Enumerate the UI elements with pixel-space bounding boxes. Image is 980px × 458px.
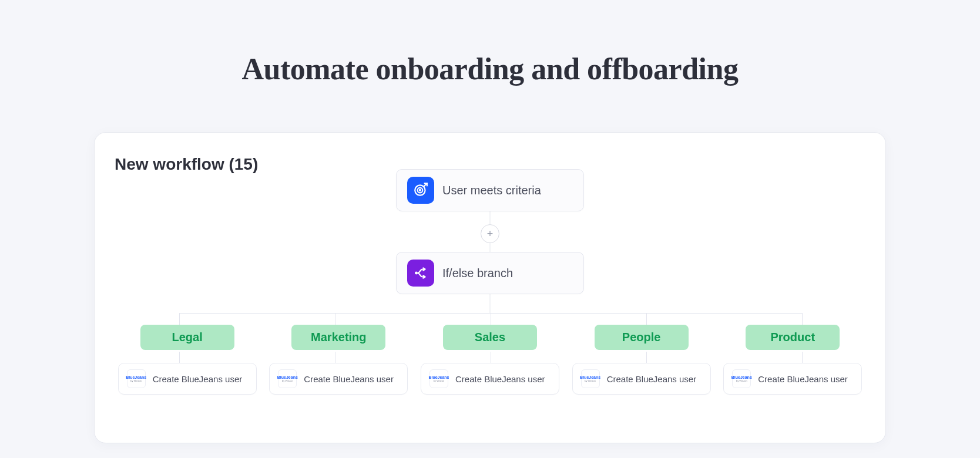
branch-row: Legal BlueJeans by Verizon Create BlueJe… [95,312,885,395]
branch-tag-legal[interactable]: Legal [140,325,234,350]
connector-line [490,294,491,313]
bluejeans-icon: BlueJeans by Verizon [732,369,751,388]
action-node[interactable]: BlueJeans by Verizon Create BlueJeans us… [723,363,862,395]
action-label: Create BlueJeans user [153,374,243,384]
action-node[interactable]: BlueJeans by Verizon Create BlueJeans us… [421,363,559,395]
action-label: Create BlueJeans user [607,374,697,384]
branch-column: Product BlueJeans by Verizon Create Blue… [722,312,863,395]
add-step-button[interactable]: + [481,224,499,243]
target-icon [407,177,434,204]
condition-node[interactable]: If/else branch [396,252,584,294]
action-node[interactable]: BlueJeans by Verizon Create BlueJeans us… [118,363,257,395]
trigger-node[interactable]: User meets criteria [396,169,584,211]
branch-icon [407,260,434,287]
connector-line [490,243,491,252]
branch-column: Marketing BlueJeans by Verizon Create Bl… [268,312,409,395]
branch-column: Sales BlueJeans by Verizon Create BlueJe… [419,312,561,395]
action-node[interactable]: BlueJeans by Verizon Create BlueJeans us… [269,363,408,395]
branch-tag-people[interactable]: People [595,325,689,350]
action-label: Create BlueJeans user [455,374,545,384]
branch-tag-product[interactable]: Product [746,325,840,350]
branch-column: People BlueJeans by Verizon Create BlueJ… [571,312,712,395]
action-label: Create BlueJeans user [304,374,394,384]
svg-point-2 [419,190,421,191]
bluejeans-icon: BlueJeans by Verizon [429,369,448,388]
plus-icon: + [487,228,494,239]
branch-tag-sales[interactable]: Sales [443,325,537,350]
page-container: Automate onboarding and offboarding New … [0,0,980,458]
page-title: Automate onboarding and offboarding [0,0,980,86]
trigger-label: User meets criteria [442,184,541,197]
connector-line [490,211,491,224]
action-node[interactable]: BlueJeans by Verizon Create BlueJeans us… [572,363,711,395]
bluejeans-icon: BlueJeans by Verizon [581,369,600,388]
bluejeans-icon: BlueJeans by Verizon [127,369,146,388]
branch-column: Legal BlueJeans by Verizon Create BlueJe… [117,312,258,395]
condition-label: If/else branch [442,267,513,280]
branch-tag-marketing[interactable]: Marketing [291,325,385,350]
workflow-canvas: User meets criteria + If/else branc [95,133,885,443]
bluejeans-icon: BlueJeans by Verizon [278,369,297,388]
workflow-card: New workflow (15) [94,132,886,443]
action-label: Create BlueJeans user [758,374,848,384]
